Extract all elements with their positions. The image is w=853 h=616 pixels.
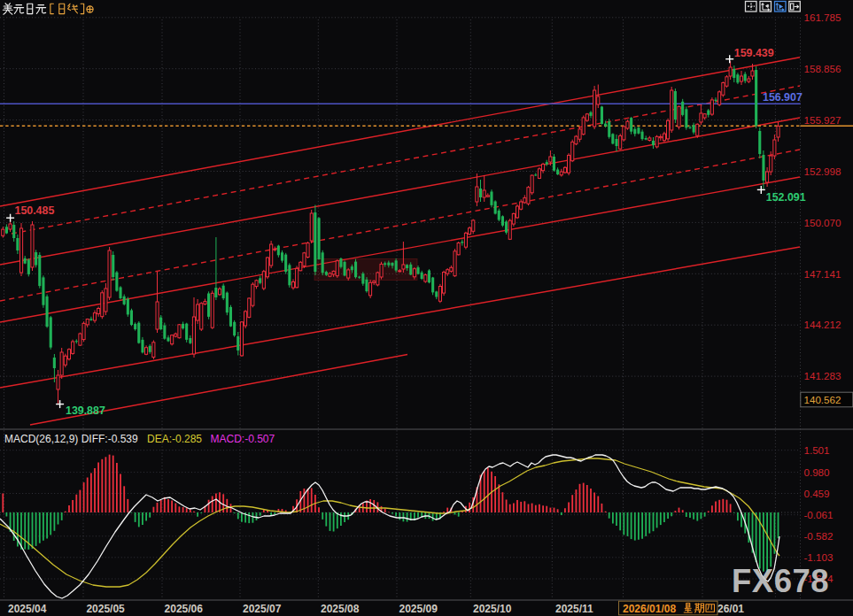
- svg-text:2025/11: 2025/11: [555, 603, 593, 615]
- svg-text:2025/04: 2025/04: [8, 603, 47, 615]
- svg-text:150.070: 150.070: [804, 217, 841, 228]
- svg-text:2025/06: 2025/06: [165, 603, 204, 615]
- svg-text:-1.103: -1.103: [804, 551, 834, 563]
- svg-text:0.980: 0.980: [804, 466, 830, 478]
- svg-text:2026/01/08: 2026/01/08: [623, 603, 676, 615]
- svg-text:150.485: 150.485: [15, 204, 55, 217]
- svg-text:141.283: 141.283: [804, 370, 841, 381]
- svg-text:161.785: 161.785: [804, 12, 841, 23]
- svg-text:MACD:-0.507: MACD:-0.507: [211, 433, 275, 445]
- svg-text:140.562: 140.562: [804, 394, 841, 405]
- svg-text:2025/09: 2025/09: [399, 603, 438, 615]
- svg-text:-0.582: -0.582: [804, 530, 834, 542]
- svg-text:155.927: 155.927: [804, 114, 841, 126]
- svg-text:1.501: 1.501: [804, 444, 830, 456]
- svg-text:FX678: FX678: [732, 563, 829, 599]
- svg-text:2025/08: 2025/08: [321, 603, 360, 615]
- svg-text:159.439: 159.439: [734, 47, 774, 59]
- svg-text:2025/10: 2025/10: [473, 603, 512, 615]
- svg-text:139.887: 139.887: [66, 404, 105, 417]
- svg-text:26/01: 26/01: [717, 603, 744, 615]
- svg-text:DEA:-0.285: DEA:-0.285: [147, 433, 202, 445]
- svg-text:152.998: 152.998: [804, 166, 841, 177]
- svg-text:156.907: 156.907: [763, 91, 803, 104]
- svg-text:152.091: 152.091: [766, 191, 806, 204]
- svg-text:144.212: 144.212: [804, 319, 841, 330]
- svg-text:MACD(26,12,9) DIFF:-0.539: MACD(26,12,9) DIFF:-0.539: [4, 433, 138, 445]
- svg-text:2025/07: 2025/07: [243, 603, 282, 615]
- svg-text:158.856: 158.856: [804, 63, 841, 74]
- svg-text:147.141: 147.141: [804, 268, 841, 280]
- svg-text:0.459: 0.459: [804, 488, 830, 499]
- svg-text:2025/05: 2025/05: [86, 603, 125, 615]
- svg-text:-0.061: -0.061: [804, 509, 834, 520]
